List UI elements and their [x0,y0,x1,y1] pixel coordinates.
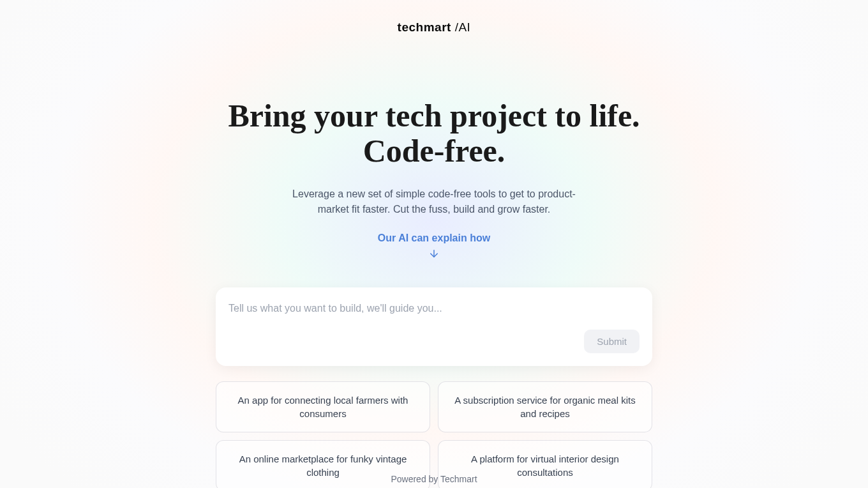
prompt-input-card: Submit [216,287,652,366]
logo-suffix: /AI [451,20,471,34]
prompt-input[interactable] [228,300,640,317]
headline-line-2: Code-free. [363,133,505,169]
page-headline: Bring your tech project to life. Code-fr… [228,98,640,169]
arrow-down-icon [428,248,440,262]
suggestions-grid: An app for connecting local farmers with… [216,381,652,488]
logo-brand: techmart [398,20,451,34]
suggestion-card[interactable]: An app for connecting local farmers with… [216,381,430,432]
submit-button[interactable]: Submit [584,330,640,353]
ai-explain-link[interactable]: Our AI can explain how [378,233,490,244]
suggestion-card[interactable]: A subscription service for organic meal … [438,381,652,432]
logo: techmart /AI [398,20,471,34]
headline-line-1: Bring your tech project to life. [228,98,640,133]
page-subheadline: Leverage a new set of simple code-free t… [281,187,587,217]
footer-text: Powered by Techmart [0,474,868,484]
